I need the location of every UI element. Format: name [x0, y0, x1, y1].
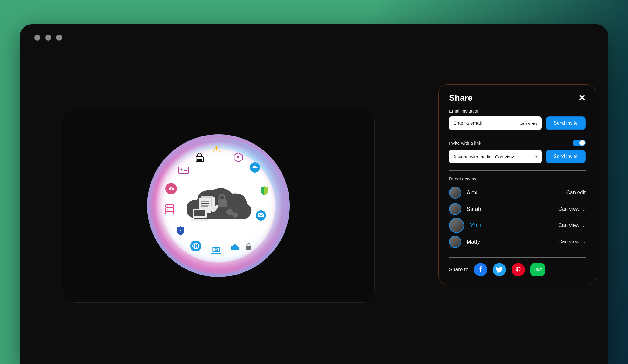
warning-icon: ⚠: [211, 143, 222, 154]
link-permission-select[interactable]: Anyone with the link Can view ▾: [449, 150, 542, 163]
send-invite-link-button[interactable]: Send invite: [546, 150, 586, 163]
mail-icon: [256, 210, 266, 221]
user-name: Sarah: [467, 206, 481, 212]
user-permission: Can edit: [566, 190, 586, 196]
user-name: Matty: [467, 239, 480, 245]
cloud-core-icon: [184, 186, 253, 225]
svg-point-16: [237, 156, 239, 158]
line-icon[interactable]: LINE: [530, 263, 545, 276]
share-title: Share: [449, 93, 473, 103]
svg-rect-21: [171, 188, 172, 190]
svg-rect-12: [197, 158, 202, 158]
avatar: [449, 203, 461, 215]
invite-link-toggle[interactable]: [573, 140, 586, 146]
svg-point-25: [167, 206, 168, 207]
svg-rect-5: [218, 199, 227, 207]
share-panel: Share ✕ Email invitation can view Send i…: [438, 84, 596, 285]
svg-rect-14: [197, 160, 202, 161]
email-invitation-label: Email invitation: [449, 108, 586, 113]
id-card-icon: [178, 165, 189, 176]
svg-rect-20: [184, 170, 187, 171]
shield-check-icon: [259, 185, 270, 196]
svg-point-27: [167, 212, 168, 213]
svg-rect-13: [197, 159, 202, 160]
user-name: Alex: [467, 190, 477, 196]
svg-point-9: [226, 209, 233, 215]
window-control-minimize[interactable]: [45, 35, 51, 41]
window-control-close[interactable]: [34, 35, 40, 41]
avatar: [449, 236, 461, 248]
chevron-down-icon: ▾: [535, 154, 537, 159]
user-row: MattyCan view⌄: [449, 234, 586, 250]
share-to-label: Share to: [449, 267, 468, 273]
padlock-small-icon: [243, 241, 254, 252]
svg-rect-33: [211, 253, 221, 254]
globe-icon: [190, 241, 201, 251]
direct-access-list: AlexCan editSarahCan view⌄YouCan view⌄Ma…: [449, 184, 586, 250]
user-permission[interactable]: Can view⌄: [558, 206, 586, 212]
close-icon[interactable]: ✕: [579, 94, 586, 102]
window-content: ⚠: [20, 51, 608, 364]
svg-rect-8: [191, 219, 208, 221]
window-control-zoom[interactable]: [56, 35, 62, 41]
svg-rect-7: [194, 210, 205, 216]
svg-point-18: [181, 169, 183, 171]
user-permission[interactable]: Can view⌄: [558, 239, 586, 245]
avatar: [449, 187, 461, 199]
email-permission-label[interactable]: can view: [519, 121, 537, 126]
server-icon: [164, 204, 175, 215]
artwork-card: ⚠: [62, 109, 375, 303]
user-row: AlexCan edit: [449, 184, 586, 201]
user-name: You: [470, 221, 481, 229]
cloud-ring-illustration: ⚠: [147, 134, 290, 277]
avatar: [449, 218, 464, 233]
pinterest-icon[interactable]: [512, 263, 525, 276]
twitter-icon[interactable]: [493, 263, 506, 276]
hex-shield-icon: [233, 152, 244, 163]
svg-rect-19: [184, 169, 187, 169]
badge-shield-icon: A: [175, 225, 186, 236]
lock-icon: [194, 152, 205, 163]
send-invite-email-button[interactable]: Send invite: [546, 116, 586, 130]
email-input-wrapper[interactable]: can view: [449, 116, 542, 130]
cloud-lock-icon: [165, 183, 177, 194]
link-permission-value: Anyone with the link Can view: [453, 154, 514, 159]
user-row: YouCan view⌄: [449, 217, 586, 234]
chevron-down-icon: ⌄: [582, 223, 586, 228]
email-input[interactable]: [453, 120, 504, 126]
app-window: ⚠: [20, 24, 608, 364]
invite-link-label: Invite with a link: [449, 140, 481, 146]
cloud-sync-icon: [250, 162, 260, 173]
cloud-small-icon: [229, 242, 240, 253]
svg-rect-36: [246, 246, 251, 250]
window-titlebar: [20, 24, 608, 51]
svg-point-26: [167, 209, 168, 210]
laptop-search-icon: [211, 245, 222, 256]
chevron-down-icon: ⌄: [582, 239, 586, 244]
user-row: SarahCan view⌄: [449, 201, 586, 217]
user-permission[interactable]: Can view⌄: [558, 222, 586, 228]
divider: [449, 257, 586, 258]
svg-point-10: [232, 212, 238, 218]
facebook-icon[interactable]: f: [474, 263, 487, 276]
direct-access-label: Direct access: [449, 176, 586, 181]
chevron-down-icon: ⌄: [582, 207, 586, 211]
svg-text:A: A: [180, 230, 181, 232]
divider: [449, 170, 586, 171]
